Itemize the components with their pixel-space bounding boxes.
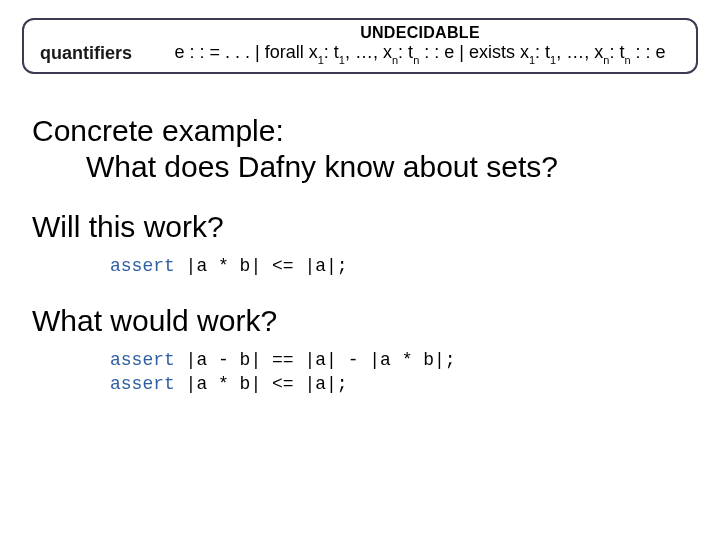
header-grammar: e : : = . . . | forall x1: t1, …, xn: tn… bbox=[160, 42, 680, 66]
header-right: UNDECIDABLE e : : = . . . | forall x1: t… bbox=[160, 24, 680, 66]
header-label: quantifiers bbox=[40, 43, 132, 66]
slide: quantifiers UNDECIDABLE e : : = . . . | … bbox=[0, 0, 720, 540]
code-text: |a * b| <= |a|; bbox=[175, 256, 348, 276]
code-text: |a - b| == |a| - |a * b|; bbox=[175, 350, 456, 370]
heading-concrete: Concrete example: bbox=[32, 114, 688, 148]
assert-keyword: assert bbox=[110, 374, 175, 394]
slide-body: Concrete example: What does Dafny know a… bbox=[22, 74, 698, 397]
header-title: UNDECIDABLE bbox=[160, 24, 680, 42]
assert-keyword: assert bbox=[110, 350, 175, 370]
heading-would-work: What would work? bbox=[32, 304, 688, 338]
header-box: quantifiers UNDECIDABLE e : : = . . . | … bbox=[22, 18, 698, 74]
heading-will-work: Will this work? bbox=[32, 210, 688, 244]
code-block-1: assert |a * b| <= |a|; bbox=[110, 254, 688, 278]
code-block-2: assert |a - b| == |a| - |a * b|; assert … bbox=[110, 348, 688, 397]
code-text: |a * b| <= |a|; bbox=[175, 374, 348, 394]
assert-keyword: assert bbox=[110, 256, 175, 276]
heading-sets-question: What does Dafny know about sets? bbox=[86, 150, 688, 184]
